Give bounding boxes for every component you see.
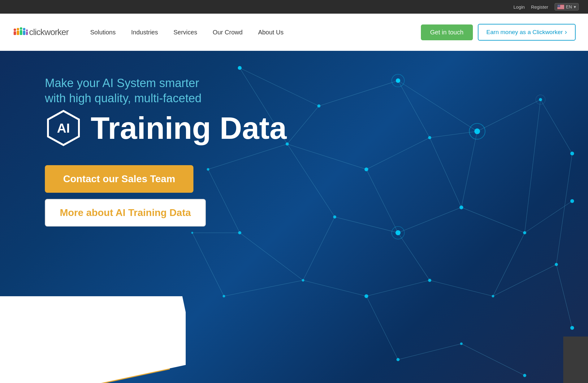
svg-point-37 — [26, 29, 28, 31]
svg-line-71 — [366, 296, 398, 360]
svg-line-67 — [208, 144, 287, 169]
svg-line-58 — [493, 264, 556, 296]
svg-line-70 — [493, 233, 525, 296]
svg-point-92 — [365, 294, 368, 298]
svg-rect-36 — [23, 31, 25, 35]
nav-buttons: Get in touch Earn money as a Clickworker… — [421, 24, 576, 41]
svg-point-89 — [570, 199, 574, 203]
more-about-ai-button[interactable]: More about AI Training Data — [45, 199, 206, 227]
svg-line-51 — [525, 201, 572, 233]
svg-point-84 — [365, 167, 368, 171]
svg-point-101 — [523, 374, 526, 377]
main-nav: Solutions Industries Services Our Crowd … — [84, 26, 421, 38]
svg-point-102 — [191, 232, 193, 234]
earn-money-arrow-icon: › — [565, 28, 567, 36]
svg-line-66 — [398, 233, 430, 280]
svg-rect-38 — [26, 32, 28, 35]
svg-point-90 — [333, 215, 336, 218]
svg-line-69 — [240, 233, 303, 280]
nav-solutions[interactable]: Solutions — [84, 26, 122, 38]
svg-point-95 — [555, 263, 558, 266]
svg-line-54 — [303, 217, 335, 280]
nav-our-crowd[interactable]: Our Crowd — [206, 26, 249, 38]
svg-point-100 — [460, 342, 463, 345]
svg-line-45 — [287, 144, 366, 169]
white-shape — [0, 296, 186, 383]
svg-rect-9 — [557, 8, 564, 8]
svg-line-64 — [556, 153, 572, 264]
hero-subtitle-line2: with high quality, multi-faceted — [45, 92, 201, 105]
top-bar: Login Register ★★★★★★★★★★★★★★★ EN ▾ — [0, 0, 588, 14]
site-header: clickworker Solutions Industries Service… — [0, 14, 588, 51]
svg-rect-32 — [17, 31, 19, 35]
svg-line-50 — [461, 207, 525, 233]
svg-point-103 — [223, 295, 225, 297]
hero-bottom-decoration — [0, 296, 186, 383]
hero-section: Make your AI System smarter with high qu… — [0, 51, 588, 383]
login-link[interactable]: Login — [513, 4, 525, 10]
svg-rect-30 — [14, 31, 16, 35]
svg-rect-11 — [557, 8, 564, 9]
svg-line-52 — [287, 144, 335, 217]
logo-icon — [12, 26, 28, 38]
svg-line-72 — [398, 344, 461, 359]
ai-hexagon-icon: AI — [45, 109, 82, 147]
svg-rect-7 — [557, 7, 564, 7]
nav-about-us[interactable]: About Us — [252, 26, 290, 38]
svg-line-76 — [224, 280, 303, 296]
svg-rect-10 — [557, 8, 564, 8]
svg-line-49 — [398, 207, 461, 233]
svg-point-93 — [428, 279, 431, 282]
svg-line-56 — [366, 280, 430, 296]
nav-services[interactable]: Services — [167, 26, 203, 38]
svg-line-48 — [366, 169, 398, 233]
hero-right-dark-shape — [563, 337, 588, 383]
svg-text:AI: AI — [57, 121, 70, 135]
svg-point-33 — [20, 27, 22, 30]
svg-line-73 — [461, 344, 525, 375]
svg-point-99 — [396, 358, 400, 361]
svg-rect-12 — [557, 9, 564, 9]
svg-point-98 — [238, 231, 241, 234]
svg-point-91 — [302, 279, 304, 282]
svg-rect-34 — [20, 30, 22, 35]
svg-rect-8 — [557, 7, 564, 8]
svg-point-29 — [14, 29, 16, 31]
logo-area[interactable]: clickworker — [12, 26, 68, 38]
hero-subtitle-line1: Make your AI System smarter — [45, 77, 199, 90]
nav-industries[interactable]: Industries — [125, 26, 164, 38]
hero-title-row: AI Training Data — [45, 109, 588, 147]
svg-point-97 — [207, 168, 209, 170]
svg-point-96 — [570, 326, 574, 330]
register-link[interactable]: Register — [531, 4, 548, 10]
svg-point-35 — [23, 28, 25, 30]
us-flag-icon: ★★★★★★★★★★★★★★★ — [557, 5, 564, 9]
logo-text: clickworker — [29, 27, 68, 37]
svg-line-61 — [430, 138, 461, 207]
earn-money-button[interactable]: Earn money as a Clickworker › — [478, 24, 576, 41]
lang-chevron-icon: ▾ — [574, 4, 576, 9]
svg-point-86 — [396, 230, 400, 235]
svg-point-94 — [492, 295, 494, 297]
hero-subtitle: Make your AI System smarter with high qu… — [45, 76, 588, 106]
lang-label: EN — [566, 4, 572, 9]
svg-point-88 — [523, 231, 526, 234]
svg-line-53 — [335, 217, 398, 233]
svg-point-77 — [238, 66, 241, 70]
hero-main-title: Training Data — [91, 112, 287, 143]
svg-point-82 — [570, 152, 574, 155]
get-in-touch-button[interactable]: Get in touch — [421, 24, 473, 40]
svg-point-87 — [460, 205, 463, 209]
language-selector[interactable]: ★★★★★★★★★★★★★★★ EN ▾ — [555, 3, 579, 11]
contact-sales-button[interactable]: Contact our Sales Team — [45, 165, 193, 193]
svg-line-57 — [430, 280, 493, 296]
svg-line-75 — [192, 233, 224, 296]
earn-money-label: Earn money as a Clickworker — [486, 29, 563, 36]
svg-line-68 — [208, 169, 240, 233]
svg-point-106 — [392, 227, 404, 239]
svg-line-55 — [303, 280, 366, 296]
svg-line-59 — [556, 264, 572, 328]
svg-point-31 — [17, 28, 19, 30]
